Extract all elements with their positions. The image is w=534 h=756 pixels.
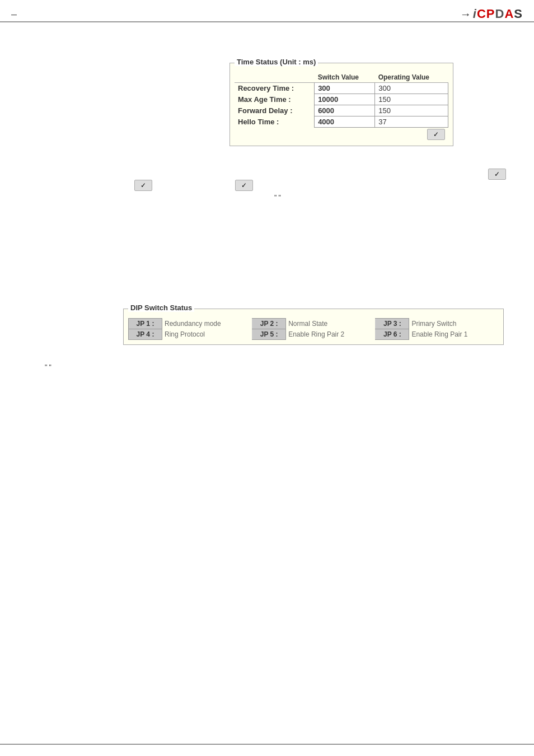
logo-arrow-icon: → <box>460 8 472 21</box>
jp2-value: Normal State <box>286 319 376 329</box>
hello-time-op: 37 <box>375 116 448 128</box>
forward-delay-switch[interactable]: 6000 <box>315 105 375 116</box>
jp4-value: Ring Protocol <box>162 329 252 340</box>
table-row: Max Age Time : 10000 150 <box>235 94 448 105</box>
table-row: Forward Delay : 6000 150 <box>235 105 448 116</box>
mid-apply-center: ✓ <box>235 180 253 191</box>
recovery-time-label: Recovery Time : <box>235 83 315 94</box>
hello-time-switch[interactable]: 4000 <box>315 116 375 128</box>
mid-apply-left: ✓ <box>134 180 152 191</box>
footer-divider <box>0 744 534 745</box>
recovery-time-switch[interactable]: 300 <box>315 83 375 94</box>
jp3-label: JP 3 : <box>376 319 409 329</box>
mid-note-text: " " <box>274 194 281 202</box>
jp5-label: JP 5 : <box>252 329 286 340</box>
bottom-note-text: " " <box>45 363 51 371</box>
max-age-switch[interactable]: 10000 <box>315 94 375 105</box>
apply-row: ✓ <box>235 128 448 142</box>
forward-delay-label: Forward Delay : <box>235 105 315 116</box>
header-divider <box>0 21 534 22</box>
jp5-value: Enable Ring Pair 2 <box>286 329 376 340</box>
jp1-label: JP 1 : <box>129 319 162 329</box>
jp4-label: JP 4 : <box>129 329 162 340</box>
main-content: Time Status (Unit : ms) Switch Value Ope… <box>0 24 534 382</box>
jp2-label: JP 2 : <box>252 319 286 329</box>
jp6-value: Enable Ring Pair 1 <box>409 329 499 340</box>
recovery-time-op: 300 <box>375 83 448 94</box>
header-dash: – <box>11 8 17 20</box>
time-status-section: Time Status (Unit : ms) Switch Value Ope… <box>118 63 523 146</box>
logo: → iCPDAS <box>460 7 523 21</box>
dip-switch-section: DIP Switch Status JP 1 : Redundancy mode… <box>123 309 523 347</box>
col-operating-header: Operating Value <box>375 72 448 83</box>
dip-switch-box: DIP Switch Status JP 1 : Redundancy mode… <box>123 309 504 345</box>
mid-apply-center-button[interactable]: ✓ <box>235 180 253 191</box>
mid-apply-left-button[interactable]: ✓ <box>134 180 152 191</box>
mid-section: ✓ ✓ ✓ " " <box>22 163 523 219</box>
jp3-value: Primary Switch <box>409 319 499 329</box>
time-status-table: Switch Value Operating Value Recovery Ti… <box>235 72 448 141</box>
table-row: Recovery Time : 300 300 <box>235 83 448 94</box>
col-switch-header: Switch Value <box>315 72 375 83</box>
forward-delay-op: 150 <box>375 105 448 116</box>
col-label-header <box>235 72 315 83</box>
dip-row-2: JP 4 : Ring Protocol JP 5 : Enable Ring … <box>129 329 499 340</box>
time-status-title: Time Status (Unit : ms) <box>235 58 318 66</box>
jp1-value: Redundancy mode <box>162 319 252 329</box>
hello-time-label: Hello Time : <box>235 116 315 128</box>
mid-apply-right: ✓ <box>488 169 506 180</box>
time-status-box: Time Status (Unit : ms) Switch Value Ope… <box>229 63 453 146</box>
dip-switch-table: JP 1 : Redundancy mode JP 2 : Normal Sta… <box>128 318 499 340</box>
dip-switch-title: DIP Switch Status <box>128 304 194 312</box>
logo-text: iCPDAS <box>473 7 523 21</box>
time-status-apply-button[interactable]: ✓ <box>427 129 445 140</box>
dip-row-1: JP 1 : Redundancy mode JP 2 : Normal Sta… <box>129 319 499 329</box>
table-row: Hello Time : 4000 37 <box>235 116 448 128</box>
jp6-label: JP 6 : <box>376 329 409 340</box>
mid-apply-right-button[interactable]: ✓ <box>488 169 506 180</box>
max-age-op: 150 <box>375 94 448 105</box>
max-age-label: Max Age Time : <box>235 94 315 105</box>
bottom-note: " " <box>45 363 523 371</box>
header-bar: – → iCPDAS <box>0 0 534 24</box>
